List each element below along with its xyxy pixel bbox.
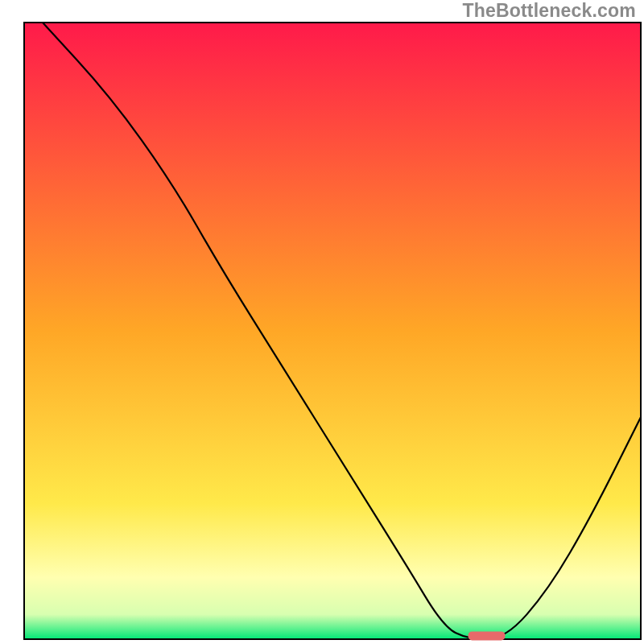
bottleneck-chart bbox=[0, 0, 644, 644]
optimal-marker bbox=[469, 631, 506, 640]
chart-container: TheBottleneck.com bbox=[0, 0, 644, 644]
watermark-text: TheBottleneck.com bbox=[462, 0, 636, 22]
plot-background bbox=[24, 23, 641, 639]
